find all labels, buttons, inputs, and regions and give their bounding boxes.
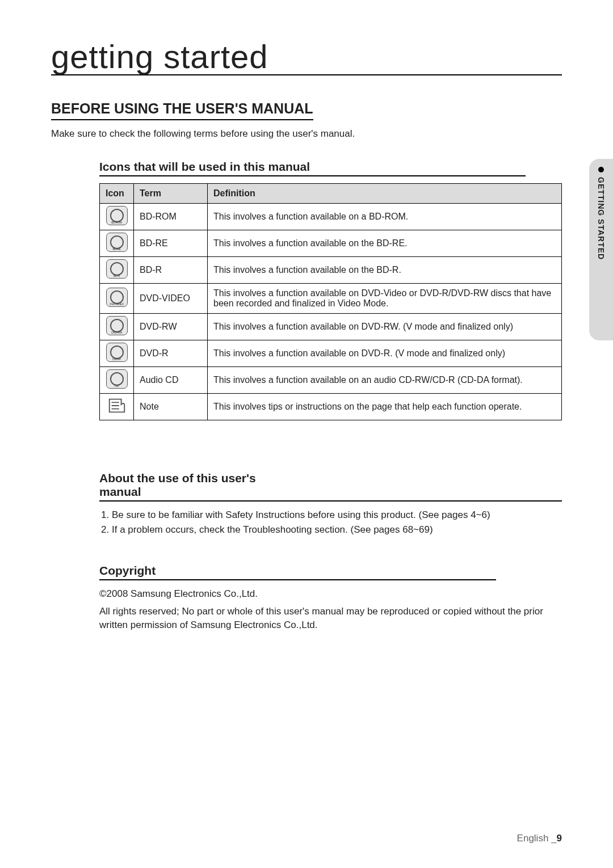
bd-r-icon xyxy=(106,259,128,279)
footer-lang: English _ xyxy=(517,833,557,844)
icons-heading: Icons that will be used in this manual xyxy=(99,160,526,176)
copyright-heading: Copyright xyxy=(99,564,496,580)
term-cell: BD-ROM xyxy=(134,203,208,230)
section-heading-wrap: BEFORE USING THE USER'S MANUAL xyxy=(51,100,562,125)
definition-cell: This involves a function available on DV… xyxy=(208,340,562,366)
definition-cell: This involves a function available on th… xyxy=(208,256,562,283)
list-item: If a problem occurs, check the Troublesh… xyxy=(112,524,562,536)
term-cell: BD-RE xyxy=(134,230,208,256)
copyright-line1: ©2008 Samsung Electronics Co.,Ltd. xyxy=(99,587,562,601)
note-icon xyxy=(106,396,128,415)
side-tab-label: GETTING STARTED xyxy=(597,177,606,260)
table-row: Note This involves tips or instructions … xyxy=(100,393,562,420)
page-number: 9 xyxy=(557,833,562,844)
icons-section: Icons that will be used in this manual I… xyxy=(99,160,562,420)
side-section-tab: GETTING STARTED xyxy=(589,159,613,340)
table-row: BD-RE This involves a function available… xyxy=(100,230,562,256)
title-rule: getting started xyxy=(51,40,562,75)
definition-cell: This involves tips or instructions on th… xyxy=(208,393,562,420)
definition-cell: This involves a function available on DV… xyxy=(208,313,562,340)
bullet-icon xyxy=(598,167,604,172)
audio-cd-icon xyxy=(106,369,128,389)
table-header-row: Icon Term Definition xyxy=(100,183,562,203)
about-list: Be sure to be familiar with Safety Instr… xyxy=(99,509,562,536)
table-row: DVD-R This involves a function available… xyxy=(100,340,562,366)
table-row: Audio CD This involves a function availa… xyxy=(100,366,562,393)
table-row: DVD-VIDEO This involves a function avail… xyxy=(100,283,562,313)
bd-re-icon xyxy=(106,233,128,252)
col-term: Term xyxy=(134,183,208,203)
list-item: Be sure to be familiar with Safety Instr… xyxy=(112,509,562,521)
table-row: BD-ROM This involves a function availabl… xyxy=(100,203,562,230)
copyright-line2: All rights reserved; No part or whole of… xyxy=(99,605,562,633)
intro-text: Make sure to check the following terms b… xyxy=(51,128,562,140)
table-row: BD-R This involves a function available … xyxy=(100,256,562,283)
term-cell: DVD-RW xyxy=(134,313,208,340)
table-row: DVD-RW This involves a function availabl… xyxy=(100,313,562,340)
term-cell: BD-R xyxy=(134,256,208,283)
definition-cell: This involves a function available on a … xyxy=(208,203,562,230)
col-definition: Definition xyxy=(208,183,562,203)
dvd-rw-icon xyxy=(106,316,128,335)
about-heading: About the use of this user's manual xyxy=(99,471,562,502)
term-cell: Audio CD xyxy=(134,366,208,393)
dvd-r-icon xyxy=(106,343,128,362)
definition-cell: This involves a function available on DV… xyxy=(208,283,562,313)
page-title: getting started xyxy=(51,40,562,74)
term-cell: Note xyxy=(134,393,208,420)
term-cell: DVD-R xyxy=(134,340,208,366)
definition-cell: This involves a function available on th… xyxy=(208,230,562,256)
bd-rom-icon xyxy=(106,206,128,225)
definition-cell: This involves a function available on an… xyxy=(208,366,562,393)
about-section: About the use of this user's manual Be s… xyxy=(99,471,562,536)
dvd-video-icon xyxy=(106,288,128,307)
page-footer: English _9 xyxy=(517,833,562,844)
term-cell: DVD-VIDEO xyxy=(134,283,208,313)
manual-page: getting started BEFORE USING THE USER'S … xyxy=(0,0,613,868)
copyright-section: Copyright ©2008 Samsung Electronics Co.,… xyxy=(99,564,562,633)
col-icon: Icon xyxy=(100,183,134,203)
icons-table: Icon Term Definition BD-ROM This involve… xyxy=(99,183,562,420)
before-using-heading: BEFORE USING THE USER'S MANUAL xyxy=(51,100,313,120)
